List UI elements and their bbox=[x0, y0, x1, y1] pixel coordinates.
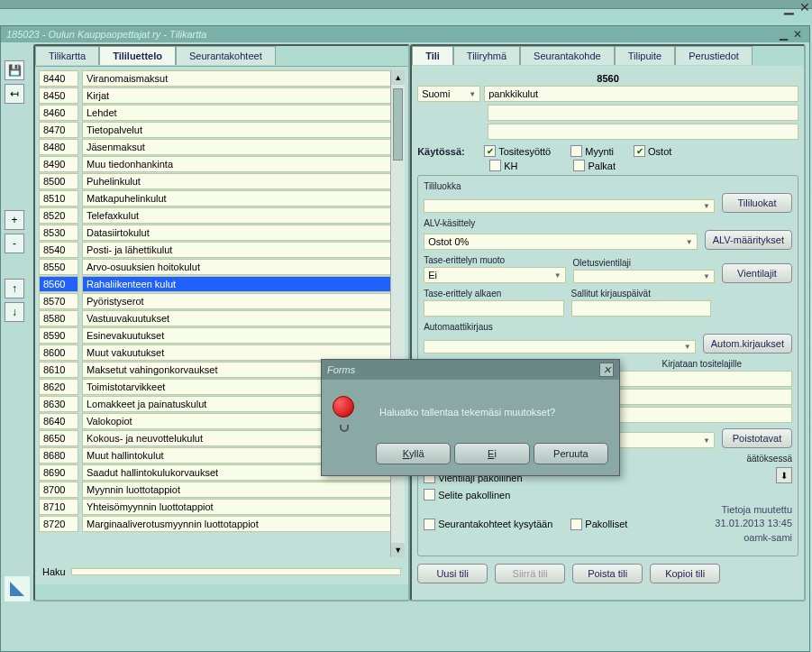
poista-tili-button[interactable]: Poista tili bbox=[572, 564, 643, 583]
account-name[interactable]: Lehdet bbox=[82, 105, 405, 121]
account-row[interactable]: 8540Posti- ja lähettikulut bbox=[39, 242, 405, 258]
account-code[interactable]: 8550 bbox=[39, 259, 78, 275]
account-row[interactable]: 8710Yhteisömyynnin luottotappiot bbox=[39, 499, 405, 515]
account-code[interactable]: 8650 bbox=[39, 430, 78, 446]
tase-alkaen-field[interactable] bbox=[424, 300, 563, 317]
account-code[interactable]: 8600 bbox=[39, 344, 78, 361]
account-name[interactable]: Jäsenmaksut bbox=[82, 139, 405, 155]
dialog-no-button[interactable]: Ei bbox=[454, 443, 529, 464]
autokirjaukset-button[interactable]: Autom.kirjaukset bbox=[703, 334, 792, 354]
minus-button[interactable]: - bbox=[5, 234, 24, 253]
account-row[interactable]: 8530Datasiirtokulut bbox=[39, 225, 405, 241]
tililuokat-button[interactable]: Tililuokat bbox=[722, 193, 792, 213]
account-code[interactable]: 8530 bbox=[39, 225, 78, 241]
account-name[interactable]: Yhteisömyynnin luottotappiot bbox=[82, 499, 405, 515]
tab-seurantakohde[interactable]: Seurantakohde bbox=[520, 46, 615, 65]
account-code[interactable]: 8520 bbox=[39, 207, 78, 224]
account-code[interactable]: 8680 bbox=[39, 447, 78, 464]
account-row[interactable]: 8700Myynnin luottotappiot bbox=[39, 482, 405, 498]
account-name[interactable]: Esinevakuutukset bbox=[82, 327, 405, 344]
checkbox-palkat[interactable] bbox=[573, 160, 585, 171]
account-code[interactable]: 8620 bbox=[39, 379, 78, 395]
checkbox-kh[interactable] bbox=[489, 160, 501, 171]
account-code[interactable]: 8690 bbox=[39, 464, 78, 481]
download-icon[interactable]: ⬇ bbox=[776, 467, 792, 483]
poistotavat-button[interactable]: Poistotavat bbox=[722, 428, 792, 448]
arrow-up-button[interactable]: ↑ bbox=[5, 279, 24, 298]
account-code[interactable]: 8560 bbox=[39, 276, 78, 292]
scroll-down-icon[interactable]: ▼ bbox=[391, 543, 405, 557]
account-name[interactable]: Telefaxkulut bbox=[82, 207, 405, 224]
tab-seurantakohteet[interactable]: Seurantakohteet bbox=[176, 46, 276, 65]
account-row[interactable]: 8450Kirjat bbox=[39, 87, 405, 104]
search-input[interactable] bbox=[71, 568, 401, 575]
sallitut-field[interactable] bbox=[571, 300, 711, 317]
account-row[interactable]: 8580Vastuuvakuutukset bbox=[39, 310, 405, 326]
tase-muoto-select[interactable]: Ei▼ bbox=[424, 267, 565, 283]
checkbox-tositesyotto[interactable]: ✔ bbox=[484, 145, 496, 157]
account-name-field[interactable]: pankkikulut bbox=[484, 86, 798, 102]
account-code[interactable]: 8580 bbox=[39, 310, 78, 326]
checkbox-myynti[interactable] bbox=[570, 145, 582, 157]
exit-icon[interactable]: ↤ bbox=[5, 84, 24, 104]
kopioi-tili-button[interactable]: Kopioi tili bbox=[650, 564, 720, 583]
window-close-icon[interactable]: ✕ bbox=[791, 28, 804, 41]
account-row[interactable]: 8440Viranomaismaksut bbox=[39, 70, 405, 87]
account-name[interactable]: Tietopalvelut bbox=[82, 122, 405, 138]
account-name[interactable]: Myynnin luottotappiot bbox=[82, 482, 405, 498]
scrollbar-vertical[interactable]: ▲ ▼ bbox=[390, 70, 405, 557]
account-name[interactable]: Viranomaismaksut bbox=[82, 70, 405, 87]
account-code[interactable]: 8440 bbox=[39, 70, 78, 87]
tab-tiliryhma[interactable]: Tiliryhmä bbox=[453, 46, 520, 65]
account-code[interactable]: 8540 bbox=[39, 242, 78, 258]
account-name[interactable]: Posti- ja lähettikulut bbox=[82, 242, 405, 258]
minimize-icon[interactable]: ▁ bbox=[782, 0, 796, 14]
window-minimize-icon[interactable]: ▁ bbox=[778, 28, 789, 41]
tililuokka-select[interactable]: ▼ bbox=[424, 199, 715, 213]
account-name-field-2[interactable] bbox=[488, 105, 798, 121]
account-row[interactable]: 8550Arvo-osuuksien hoitokulut bbox=[39, 259, 405, 275]
account-code[interactable]: 8510 bbox=[39, 190, 78, 207]
alv-select[interactable]: Ostot 0%▼ bbox=[424, 234, 698, 250]
nav-triangle-icon[interactable] bbox=[5, 576, 30, 601]
account-name[interactable]: Muu tiedonhankinta bbox=[82, 156, 405, 172]
account-name[interactable]: Vastuuvakuutukset bbox=[82, 310, 405, 326]
tosite-field-3[interactable] bbox=[612, 407, 792, 423]
alv-button[interactable]: ALV-määritykset bbox=[705, 230, 792, 250]
siirra-tili-button[interactable]: Siirrä tili bbox=[495, 564, 565, 583]
account-row[interactable]: 8490Muu tiedonhankinta bbox=[39, 156, 405, 172]
account-row[interactable]: 8480Jäsenmaksut bbox=[39, 139, 405, 155]
account-code[interactable]: 8570 bbox=[39, 293, 78, 309]
checkbox-ostot[interactable]: ✔ bbox=[634, 145, 645, 157]
account-code[interactable]: 8460 bbox=[39, 105, 78, 121]
oletus-select[interactable]: ▼ bbox=[573, 270, 715, 283]
tab-tilikartta[interactable]: Tilikartta bbox=[35, 46, 99, 65]
tosite-field-1[interactable] bbox=[612, 371, 792, 387]
account-code[interactable]: 8640 bbox=[39, 413, 78, 429]
tab-tililuettelo[interactable]: Tililuettelo bbox=[99, 46, 176, 65]
tab-tili[interactable]: Tili bbox=[412, 46, 453, 65]
account-code[interactable]: 8590 bbox=[39, 327, 78, 344]
account-name[interactable]: Kirjat bbox=[82, 87, 405, 104]
tosite-field-2[interactable] bbox=[612, 389, 792, 405]
tab-tilipuite[interactable]: Tilipuite bbox=[615, 46, 676, 65]
account-code[interactable]: 8490 bbox=[39, 156, 78, 172]
account-name[interactable]: Pyöristyserot bbox=[82, 293, 405, 309]
account-code[interactable]: 8720 bbox=[39, 516, 78, 532]
account-code[interactable]: 8700 bbox=[39, 482, 78, 498]
account-list[interactable]: 8440Viranomaismaksut8450Kirjat8460Lehdet… bbox=[39, 70, 405, 557]
uusi-tili-button[interactable]: Uusi tili bbox=[417, 564, 488, 583]
plus-button[interactable]: + bbox=[5, 210, 24, 230]
arrow-down-button[interactable]: ↓ bbox=[5, 302, 24, 322]
account-name[interactable]: Matkapuhelinkulut bbox=[82, 190, 405, 207]
scroll-up-icon[interactable]: ▲ bbox=[391, 70, 405, 85]
account-row[interactable]: 8470Tietopalvelut bbox=[39, 122, 405, 138]
account-row[interactable]: 8590Esinevakuutukset bbox=[39, 327, 405, 344]
account-code[interactable]: 8710 bbox=[39, 499, 78, 515]
checkbox-pakolliset[interactable] bbox=[570, 519, 582, 530]
account-name[interactable]: Arvo-osuuksien hoitokulut bbox=[82, 259, 405, 275]
account-code[interactable]: 8480 bbox=[39, 139, 78, 155]
account-name-field-3[interactable] bbox=[488, 124, 798, 140]
account-name[interactable]: Datasiirtokulut bbox=[82, 225, 405, 241]
checkbox-selite-pak[interactable] bbox=[424, 489, 435, 500]
